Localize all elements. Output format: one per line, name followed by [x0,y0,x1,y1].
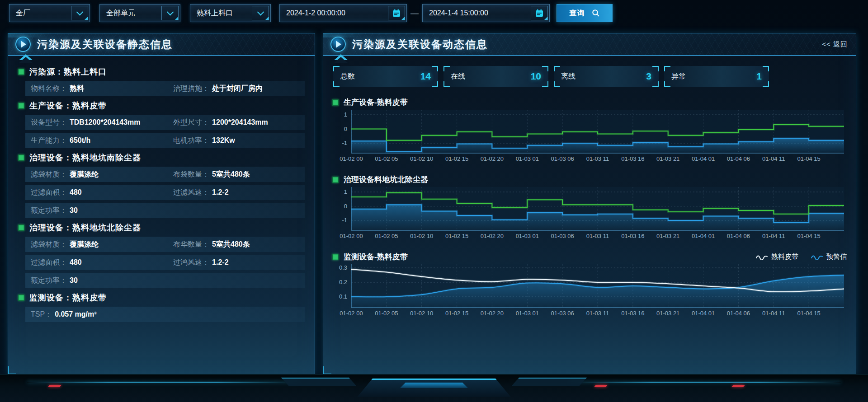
date-from-input[interactable]: 2024-1-2 00:00:00 [279,4,407,22]
date-to-calendar-box[interactable] [531,6,548,20]
legend-item[interactable]: 预警信 [811,252,847,261]
svg-text:01-03 11: 01-03 11 [586,155,609,162]
field-value: 480 [70,188,82,196]
chart-title: 监测设备-熟料皮带 [344,252,408,262]
field-value: 30 [70,276,78,285]
header-chevron-decoration [334,54,348,60]
deco-glow-line-left [27,382,298,383]
svg-text:01-02 15: 01-02 15 [445,310,468,317]
chart-block-treatment: 治理设备料地坑北除尘器 10-101-02 0001-02 0501-02 10… [332,174,847,241]
top-toolbar: 全厂 全部单元 熟料上料口 2024-1-2 00:00:00 — [0,0,868,26]
dashboard-screen: 全厂 全部单元 熟料上料口 2024-1-2 00:00:00 — [0,0,868,402]
svg-text:01-03 21: 01-03 21 [656,310,679,317]
info-row: TSP：0.057 mg/m³ [25,307,305,322]
field-label: 滤袋材质： [31,170,67,179]
chevron-down-icon [166,8,174,15]
section-header-label: 生产设备：熟料皮带 [29,100,107,111]
field-label: TSP： [31,310,52,319]
plant-select-value: 全厂 [9,9,37,18]
svg-text:01-03 16: 01-03 16 [621,233,644,239]
svg-text:01-02 05: 01-02 05 [375,233,398,239]
stat-label: 异常 [671,72,686,81]
deco-red-accent [731,385,745,387]
section-header-monitor-equipment: 监测设备：熟料皮带 [18,292,305,303]
date-from-calendar-box[interactable] [388,6,405,20]
deco-wing-right [512,378,587,386]
field-value: TDB1200*204143mm [70,118,141,126]
field-label: 设备型号： [31,118,67,127]
field-value: 覆膜涤纶 [70,170,99,179]
info-row: 过滤面积：480 过鸿风速：1.2-2 [25,255,305,270]
svg-text:01-02 20: 01-02 20 [481,310,504,317]
legend-item[interactable]: 熟料皮带 [756,252,798,261]
stat-online: 在线 10 [443,66,548,87]
unit-select[interactable]: 全部单元 [99,4,180,22]
plant-select[interactable]: 全厂 [9,4,90,22]
svg-text:01-03 06: 01-03 06 [551,155,574,162]
field-label: 电机功率： [173,136,209,145]
query-button[interactable]: 查询 [557,4,613,22]
info-row: 滤袋材质：覆膜涤纶 布华数量：5室共480条 [25,237,305,252]
field-value: 5室共480条 [212,170,250,179]
deco-center-emblem [357,379,511,397]
date-range-separator: — [407,9,422,18]
field-value: 1200*204143mm [212,118,268,126]
svg-text:01-03 06: 01-03 06 [551,310,574,317]
back-link[interactable]: << 返回 [822,40,848,49]
stat-total: 总数 14 [333,66,438,87]
field-label: 额定功率： [31,206,67,215]
device-stats-row: 总数 14 在线 10 离线 3 异常 1 [333,66,856,87]
svg-text:0.2: 0.2 [339,279,347,285]
field-value: 处于封闭厂房内 [212,84,263,93]
svg-text:01-02 10: 01-02 10 [410,233,433,239]
svg-text:0: 0 [344,203,347,210]
svg-text:-1: -1 [342,140,347,146]
info-row: 生产能力：650t/h 电机功率：132Kw [25,133,305,148]
info-row: 设备型号：TDB1200*204143mm 外型尺寸：1200*204143mm [25,115,305,130]
svg-text:-1: -1 [342,217,347,224]
green-square-bullet-icon [332,99,339,106]
search-icon [592,9,600,17]
svg-text:01-02 20: 01-02 20 [481,155,504,162]
svg-text:01-03 16: 01-03 16 [621,155,644,162]
svg-text:01-03 01: 01-03 01 [516,310,539,317]
date-to-input[interactable]: 2024-1-4 15:00:00 [422,4,550,22]
wavy-line-icon [756,254,768,260]
calendar-icon [535,9,544,18]
field-label: 过鸿风速： [173,258,209,267]
svg-text:01-04 01: 01-04 01 [692,233,715,239]
bottom-decoration [0,374,868,402]
svg-text:01-02 15: 01-02 15 [445,233,468,239]
green-square-bullet-icon [18,103,24,109]
stat-value: 10 [531,71,541,82]
field-label: 布华数量： [173,240,209,249]
plant-select-arrow-box[interactable] [71,6,88,20]
calendar-icon [392,9,401,18]
deco-glow-line-right [570,382,841,383]
section-header-label: 污染源：熟料上料口 [29,66,107,77]
field-label: 过滤风速： [173,188,209,197]
green-square-bullet-icon [18,69,24,75]
deco-red-accent [48,385,61,387]
svg-text:01-03 21: 01-03 21 [656,155,679,162]
svg-text:01-04 06: 01-04 06 [727,155,750,162]
field-value: 480 [70,258,82,266]
svg-text:01-03 01: 01-03 01 [516,233,539,239]
point-select[interactable]: 熟料上料口 [190,4,271,22]
field-label: 额定功率： [31,276,67,285]
field-value: 熟料 [70,84,84,93]
section-header-production-equipment: 生产设备：熟料皮带 [18,100,305,111]
svg-text:01-02 15: 01-02 15 [445,155,468,162]
static-info-title: 污染源及关联设备静态信息 [37,37,173,51]
svg-text:01-03 01: 01-03 01 [516,155,539,162]
field-label: 布袋数量： [173,170,209,179]
point-select-arrow-box[interactable] [252,6,269,20]
field-value: 覆膜涤纶 [70,240,99,249]
section-header-label: 治理设备：熟料地坑北除尘器 [29,222,141,233]
static-info-header: 污染源及关联设备静态信息 [8,33,315,56]
svg-text:01-04 15: 01-04 15 [797,233,820,239]
svg-text:0.1: 0.1 [339,293,347,300]
unit-select-arrow-box[interactable] [161,6,179,20]
stat-offline: 离线 3 [554,66,659,87]
info-row: 额定功率：30 [25,203,305,218]
